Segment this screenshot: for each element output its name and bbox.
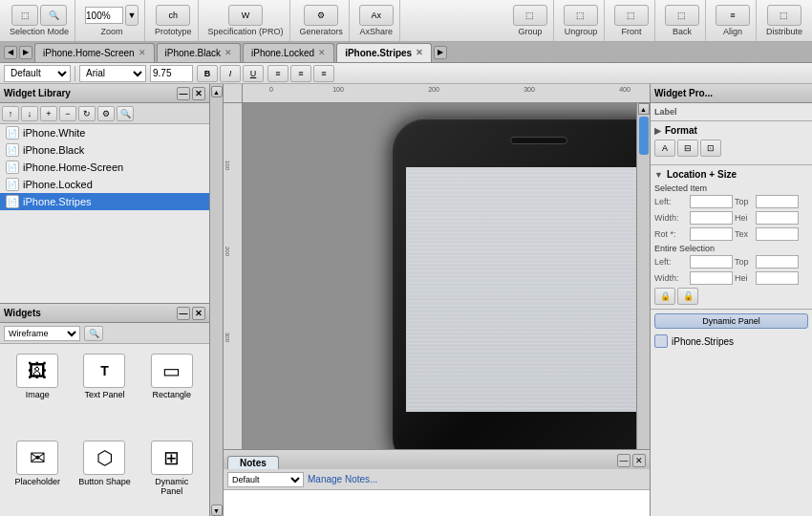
tab-locked-close[interactable]: ✕ — [318, 48, 326, 57]
prototype-button[interactable]: ch — [156, 5, 190, 26]
tab-stripes-label: iPhone.Stripes — [345, 48, 412, 58]
lib-item-white[interactable]: 📄 iPhone.White — [0, 124, 209, 141]
notes-tab[interactable]: Notes — [227, 456, 279, 469]
align-left-button[interactable]: ≡ — [267, 65, 288, 82]
horizontal-ruler: 0 100 200 300 400 500 — [243, 84, 650, 103]
lib-up-button[interactable]: ↑ — [2, 106, 19, 121]
vscroll-thumb[interactable] — [639, 117, 649, 155]
lib-item-stripes[interactable]: 📄 iPhone.Stripes — [0, 193, 209, 210]
widget-rectangle-icon: ▭ — [151, 354, 193, 388]
notes-minimize-button[interactable]: — — [617, 454, 630, 467]
unlock-aspect-button[interactable]: 🔓 — [677, 288, 698, 305]
underline-button[interactable]: U — [243, 65, 264, 82]
format-btn-1[interactable]: A — [654, 140, 675, 157]
rot-text-row: Rot *: Tex — [654, 227, 808, 241]
group-button[interactable]: ⬚ — [513, 5, 547, 26]
notes-content[interactable] — [224, 490, 650, 516]
font-family-select[interactable]: Arial — [79, 65, 146, 82]
front-button[interactable]: ⬚ — [614, 5, 649, 26]
align-center-button[interactable]: ≡ — [290, 65, 311, 82]
italic-button[interactable]: I — [220, 65, 241, 82]
tab-add-button[interactable]: ▶ — [434, 46, 447, 59]
generators-button[interactable]: ⚙ — [304, 5, 338, 26]
widget-library-header: Widget Library — ✕ — [0, 84, 209, 103]
screen-stripes — [406, 167, 636, 412]
zoom-dropdown[interactable]: ▼ — [125, 5, 139, 26]
left-scroll: ▲ ▼ — [210, 84, 224, 516]
widgets-panel: Widgets — ✕ Wireframe 🔍 🖼 Image T — [0, 304, 209, 516]
tab-stripes-close[interactable]: ✕ — [416, 48, 423, 57]
location-size-heading: Location + Size — [667, 169, 737, 180]
left-scroll-down[interactable]: ▼ — [211, 505, 223, 516]
lib-settings-button[interactable]: ⚙ — [97, 106, 115, 121]
format-btn-2[interactable]: ⊟ — [677, 140, 698, 157]
left-scroll-up[interactable]: ▲ — [211, 86, 223, 97]
selection-mode-button[interactable]: ⬚ — [11, 5, 38, 26]
tab-prev-button[interactable]: ◀ — [4, 46, 17, 59]
widgets-minimize-button[interactable]: — — [177, 307, 190, 320]
notes-style-select[interactable]: Default — [227, 472, 304, 487]
width-input[interactable] — [690, 211, 733, 225]
distribute-button[interactable]: ⬚ — [767, 5, 801, 26]
lib-search-button[interactable]: 🔍 — [117, 106, 134, 121]
tab-locked[interactable]: iPhone.Locked ✕ — [243, 43, 334, 62]
widget-library-minimize-button[interactable]: — — [177, 87, 190, 100]
ungroup-button[interactable]: ⬚ — [564, 5, 598, 26]
vscroll-up-button[interactable]: ▲ — [638, 103, 650, 115]
lib-refresh-button[interactable]: ↻ — [78, 106, 96, 121]
tab-black[interactable]: iPhone.Black ✕ — [157, 43, 241, 62]
text-rot-input[interactable] — [756, 227, 799, 241]
style-select[interactable]: Default — [4, 65, 71, 82]
entire-top-input[interactable] — [756, 255, 799, 269]
align-button[interactable]: ≡ — [716, 5, 750, 26]
entire-left-input[interactable] — [690, 255, 733, 269]
height-input[interactable] — [756, 211, 799, 225]
widget-image[interactable]: 🖼 Image — [6, 350, 69, 433]
ungroup-label: Ungroup — [565, 27, 598, 36]
lib-item-home-screen[interactable]: 📄 iPhone.Home-Screen — [0, 159, 209, 176]
tab-home-screen-close[interactable]: ✕ — [139, 48, 146, 57]
lock-aspect-button[interactable]: 🔒 — [654, 288, 675, 305]
tab-next-button[interactable]: ▶ — [19, 46, 32, 59]
entire-height-input[interactable] — [756, 271, 799, 285]
widget-library-close-button[interactable]: ✕ — [192, 87, 205, 100]
font-size-input[interactable] — [150, 65, 193, 82]
tab-home-screen[interactable]: iPhone.Home-Screen ✕ — [34, 43, 155, 62]
entire-selection-label: Entire Selection — [654, 244, 808, 253]
entire-width-input[interactable] — [690, 271, 733, 285]
lib-add-button[interactable]: + — [40, 106, 57, 121]
lib-item-locked[interactable]: 📄 iPhone.Locked — [0, 176, 209, 193]
rot-input[interactable] — [690, 227, 733, 241]
location-size-section: ▼ Location + Size Selected Item Left: To… — [651, 165, 812, 310]
align-right-button[interactable]: ≡ — [313, 65, 334, 82]
widgets-search-button[interactable]: 🔍 — [84, 326, 103, 341]
wireframe-select[interactable]: Wireframe — [4, 326, 80, 341]
canvas-vscroll: ▲ ▼ — [636, 103, 650, 503]
lib-down-button[interactable]: ↓ — [21, 106, 38, 121]
dynamic-panel-button[interactable]: Dynamic Panel — [654, 313, 808, 329]
tab-stripes[interactable]: iPhone.Stripes ✕ — [336, 43, 432, 62]
left-input[interactable] — [690, 195, 733, 208]
tab-black-close[interactable]: ✕ — [224, 48, 232, 57]
iphone-speaker — [510, 137, 567, 144]
bold-button[interactable]: B — [197, 65, 218, 82]
widget-dynamic-panel[interactable]: ⊞ Dynamic Panel — [140, 437, 203, 516]
distribute-group: ⬚ Distribute — [760, 0, 808, 41]
lib-item-black[interactable]: 📄 iPhone.Black — [0, 141, 209, 159]
ungroup-group: ⬚ Ungroup — [558, 0, 605, 41]
widget-text-panel[interactable]: T Text Panel — [73, 350, 136, 433]
axshare-button[interactable]: Ax — [359, 5, 394, 26]
specification-button[interactable]: W — [228, 5, 263, 26]
lib-remove-button[interactable]: − — [59, 106, 76, 121]
format-btn-3[interactable]: ⊡ — [700, 140, 721, 157]
top-input[interactable] — [756, 195, 799, 208]
widget-rectangle[interactable]: ▭ Rectangle — [140, 350, 203, 433]
widgets-close-button[interactable]: ✕ — [192, 307, 205, 320]
zoom-button[interactable]: 🔍 — [40, 5, 67, 26]
zoom-input[interactable] — [85, 7, 123, 24]
back-button[interactable]: ⬚ — [665, 5, 699, 26]
widget-button-shape[interactable]: ⬡ Button Shape — [73, 437, 136, 516]
notes-close-button[interactable]: ✕ — [632, 454, 646, 467]
widget-placeholder[interactable]: ✉ Placeholder — [6, 437, 69, 516]
manage-notes-link[interactable]: Manage Notes... — [308, 474, 377, 484]
